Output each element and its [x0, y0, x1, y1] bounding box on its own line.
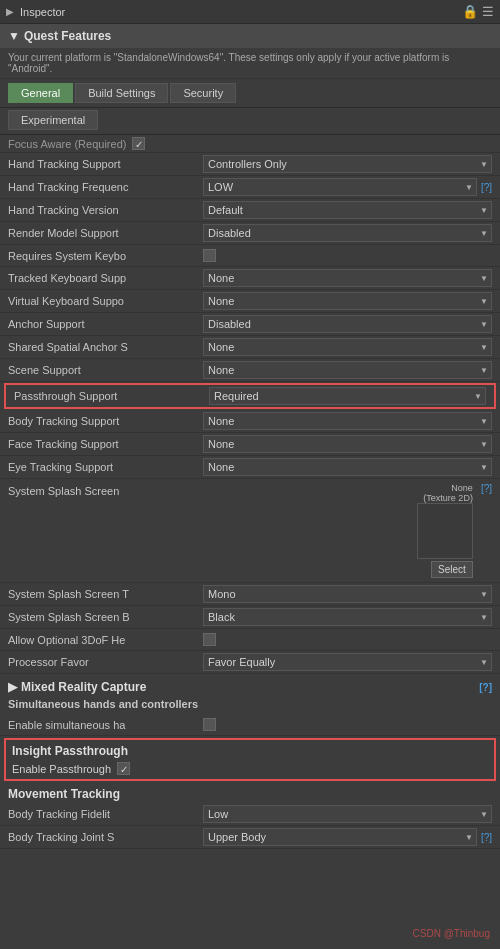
help-icon[interactable]: [?]: [479, 682, 492, 693]
prop-label: Scene Support: [8, 364, 203, 376]
prop-dropdown-wrapper: None: [203, 435, 492, 453]
prop-dropdown-wrapper: None: [203, 412, 492, 430]
tab-row-2: Experimental: [0, 108, 500, 135]
help-icon[interactable]: [?]: [481, 483, 492, 494]
watermark: CSDN @Thinbug: [413, 928, 490, 939]
prop-tracked-keyboard-support: Tracked Keyboard Supp None: [0, 267, 500, 290]
prop-processor-favor: Processor Favor Favor Equally: [0, 651, 500, 674]
section-title: Quest Features: [24, 29, 111, 43]
enable-passthrough-row: Enable Passthrough: [12, 762, 488, 775]
enable-simultaneous-row: Enable simultaneous ha: [0, 714, 500, 736]
focus-aware-checkbox[interactable]: [132, 137, 145, 150]
splash-screen-b-dropdown[interactable]: Black: [203, 608, 492, 626]
hand-tracking-support-dropdown[interactable]: Controllers Only: [203, 155, 492, 173]
prop-label: System Splash Screen B: [8, 611, 203, 623]
allow-3dof-checkbox[interactable]: [203, 633, 216, 646]
prop-label: Virtual Keyboard Suppo: [8, 295, 203, 307]
prop-dropdown-wrapper: Low: [203, 805, 492, 823]
enable-passthrough-label: Enable Passthrough: [12, 763, 111, 775]
prop-splash-screen-t: System Splash Screen T Mono: [0, 583, 500, 606]
prop-splash-screen-b: System Splash Screen B Black: [0, 606, 500, 629]
help-icon[interactable]: [?]: [481, 832, 492, 843]
prop-hand-tracking-freq: Hand Tracking Frequenc LOW [?]: [0, 176, 500, 199]
info-text: Your current platform is "StandaloneWind…: [0, 48, 500, 79]
prop-dropdown-wrapper: None: [203, 338, 492, 356]
shared-spatial-anchor-dropdown[interactable]: None: [203, 338, 492, 356]
prop-dropdown-wrapper: None: [203, 269, 492, 287]
scene-support-dropdown[interactable]: None: [203, 361, 492, 379]
tab-experimental[interactable]: Experimental: [8, 110, 98, 130]
help-icon[interactable]: [?]: [481, 182, 492, 193]
insight-passthrough-title: Insight Passthrough: [12, 744, 488, 758]
texture-preview: [417, 503, 473, 559]
virtual-keyboard-support-dropdown[interactable]: None: [203, 292, 492, 310]
prop-virtual-keyboard-support: Virtual Keyboard Suppo None: [0, 290, 500, 313]
prop-anchor-support: Anchor Support Disabled: [0, 313, 500, 336]
hand-tracking-freq-dropdown[interactable]: LOW: [203, 178, 477, 196]
simultaneous-title: Simultaneous hands and controllers: [0, 696, 500, 714]
enable-passthrough-checkbox[interactable]: [117, 762, 130, 775]
prop-body-tracking-fidelity: Body Tracking Fidelit Low: [0, 803, 500, 826]
movement-tracking-title: Movement Tracking: [0, 783, 500, 803]
prop-label: Passthrough Support: [14, 390, 209, 402]
prop-label: Enable simultaneous ha: [8, 719, 203, 731]
prop-body-tracking-support: Body Tracking Support None: [0, 410, 500, 433]
enable-simultaneous-checkbox[interactable]: [203, 718, 216, 731]
body-tracking-fidelity-dropdown[interactable]: Low: [203, 805, 492, 823]
lock-icon[interactable]: 🔒: [462, 4, 478, 19]
body-tracking-support-dropdown[interactable]: None: [203, 412, 492, 430]
inspector-title: Inspector: [20, 6, 65, 18]
triangle-icon: ▶: [8, 680, 17, 694]
focus-aware-row: Focus Aware (Required): [0, 135, 500, 153]
anchor-support-dropdown[interactable]: Disabled: [203, 315, 492, 333]
eye-tracking-support-dropdown[interactable]: None: [203, 458, 492, 476]
inspector-content: ▼ Quest Features Your current platform i…: [0, 24, 500, 849]
prop-label: Hand Tracking Frequenc: [8, 181, 203, 193]
mixed-reality-title: Mixed Reality Capture: [21, 680, 146, 694]
prop-dropdown-wrapper: Required: [209, 387, 486, 405]
prop-label: Shared Spatial Anchor S: [8, 341, 203, 353]
select-button[interactable]: Select: [431, 561, 473, 578]
body-tracking-joint-dropdown[interactable]: Upper Body: [203, 828, 477, 846]
tracked-keyboard-support-dropdown[interactable]: None: [203, 269, 492, 287]
prop-hand-tracking-version: Hand Tracking Version Default: [0, 199, 500, 222]
passthrough-support-dropdown[interactable]: Required: [209, 387, 486, 405]
requires-system-keyboard-checkbox[interactable]: [203, 249, 216, 262]
section-triangle: ▼: [8, 29, 20, 43]
prop-label: Face Tracking Support: [8, 438, 203, 450]
prop-label: Processor Favor: [8, 656, 203, 668]
arrow-icon: ▶: [6, 6, 14, 17]
processor-favor-dropdown[interactable]: Favor Equally: [203, 653, 492, 671]
prop-hand-tracking-support: Hand Tracking Support Controllers Only: [0, 153, 500, 176]
prop-dropdown-wrapper: None: [203, 361, 492, 379]
prop-dropdown-wrapper: None: [203, 458, 492, 476]
menu-icon[interactable]: ☰: [482, 4, 494, 19]
prop-dropdown-wrapper: None: [203, 292, 492, 310]
prop-dropdown-wrapper: Mono: [203, 585, 492, 603]
tab-general[interactable]: General: [8, 83, 73, 103]
prop-dropdown-wrapper: Upper Body: [203, 828, 477, 846]
hand-tracking-version-dropdown[interactable]: Default: [203, 201, 492, 219]
prop-label: Tracked Keyboard Supp: [8, 272, 203, 284]
tab-row-1: General Build Settings Security: [0, 79, 500, 108]
section-header: ▼ Quest Features: [0, 24, 500, 48]
render-model-support-dropdown[interactable]: Disabled: [203, 224, 492, 242]
prop-dropdown-wrapper: Disabled: [203, 224, 492, 242]
prop-label: Anchor Support: [8, 318, 203, 330]
prop-dropdown-wrapper: Disabled: [203, 315, 492, 333]
prop-label: Allow Optional 3DoF He: [8, 634, 203, 646]
tab-security[interactable]: Security: [170, 83, 236, 103]
prop-label: Body Tracking Fidelit: [8, 808, 203, 820]
prop-passthrough-support: Passthrough Support Required: [4, 383, 496, 409]
tab-build-settings[interactable]: Build Settings: [75, 83, 168, 103]
splash-screen-t-dropdown[interactable]: Mono: [203, 585, 492, 603]
prop-label: System Splash Screen T: [8, 588, 203, 600]
prop-label: Requires System Keybo: [8, 250, 203, 262]
focus-aware-label: Focus Aware (Required): [8, 138, 126, 150]
prop-label: Body Tracking Joint S: [8, 831, 203, 843]
system-splash-screen-row: System Splash Screen None(Texture 2D) Se…: [0, 479, 500, 583]
prop-label: Eye Tracking Support: [8, 461, 203, 473]
prop-body-tracking-joint: Body Tracking Joint S Upper Body [?]: [0, 826, 500, 849]
face-tracking-support-dropdown[interactable]: None: [203, 435, 492, 453]
prop-scene-support: Scene Support None: [0, 359, 500, 382]
